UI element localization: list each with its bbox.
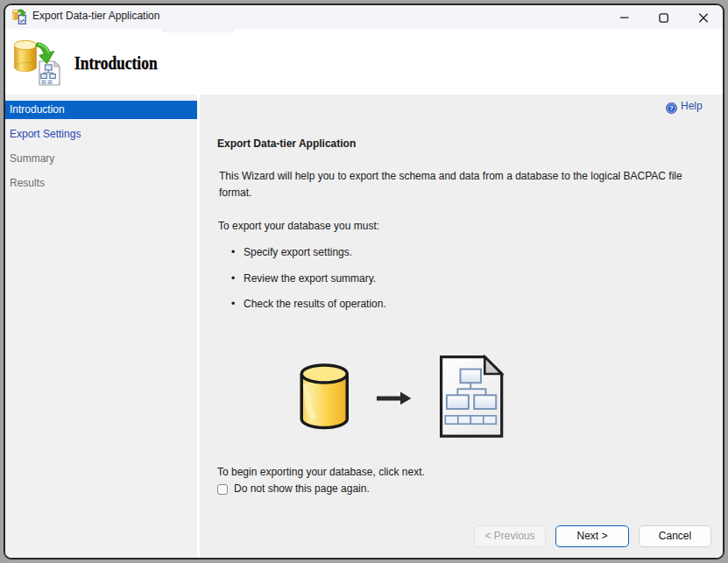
svg-text:?: ?: [669, 104, 674, 112]
